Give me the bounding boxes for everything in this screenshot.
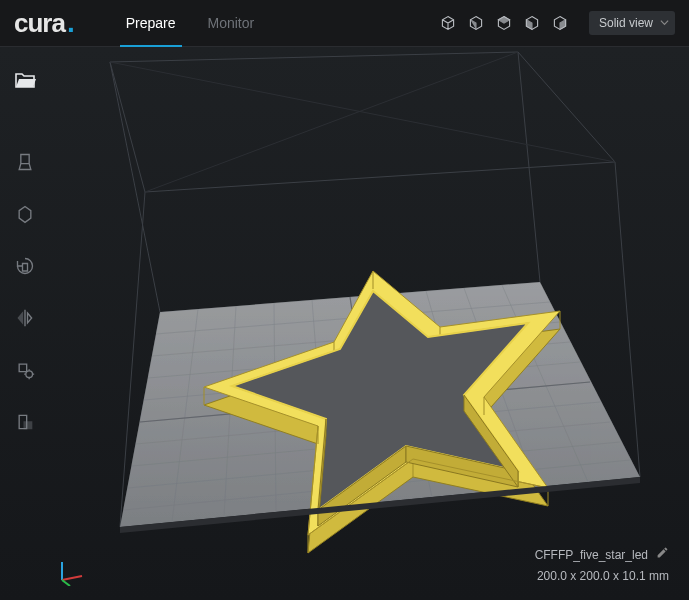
axis-gizmo [56, 556, 86, 586]
app-header: cura. Prepare Monitor Solid view [0, 0, 689, 47]
svg-line-3 [110, 62, 160, 312]
view-mode-select[interactable]: Solid view [589, 11, 675, 35]
object-name: CFFFP_five_star_led [535, 546, 648, 565]
view-top-icon[interactable] [495, 14, 513, 32]
3d-viewport[interactable]: CFFFP_five_star_led 200.0 x 200.0 x 10.1… [50, 47, 689, 600]
svg-line-7 [110, 62, 615, 162]
svg-line-5 [615, 162, 640, 477]
tab-monitor[interactable]: Monitor [192, 0, 271, 46]
app-name: cura [14, 8, 65, 39]
build-volume-scene [50, 47, 689, 600]
svg-line-54 [62, 580, 70, 586]
tab-prepare[interactable]: Prepare [110, 0, 192, 46]
rename-object-button[interactable] [656, 546, 669, 565]
tool-sidebar [0, 47, 50, 600]
view-orientation-icons: Solid view [439, 11, 675, 35]
rotate-tool[interactable] [10, 251, 40, 281]
support-blocker-tool[interactable] [10, 407, 40, 437]
object-dimensions: 200.0 x 200.0 x 10.1 mm [535, 567, 669, 586]
main-tabs: Prepare Monitor [110, 0, 271, 46]
scale-tool[interactable] [10, 199, 40, 229]
mirror-tool[interactable] [10, 303, 40, 333]
view-right-icon[interactable] [551, 14, 569, 32]
view-mode-label: Solid view [599, 16, 653, 30]
app-logo: cura. [14, 8, 74, 39]
svg-line-53 [62, 576, 82, 580]
object-info-panel: CFFFP_five_star_led 200.0 x 200.0 x 10.1… [535, 546, 669, 586]
svg-point-0 [26, 371, 33, 378]
svg-line-8 [145, 52, 518, 192]
view-front-icon[interactable] [467, 14, 485, 32]
svg-marker-2 [110, 52, 615, 192]
per-model-settings-tool[interactable] [10, 355, 40, 385]
move-tool[interactable] [10, 147, 40, 177]
view-3d-icon[interactable] [439, 14, 457, 32]
chevron-down-icon [660, 16, 669, 30]
main-area: CFFFP_five_star_led 200.0 x 200.0 x 10.1… [0, 47, 689, 600]
open-file-button[interactable] [10, 65, 40, 95]
logo-dot: . [67, 13, 74, 33]
view-left-icon[interactable] [523, 14, 541, 32]
